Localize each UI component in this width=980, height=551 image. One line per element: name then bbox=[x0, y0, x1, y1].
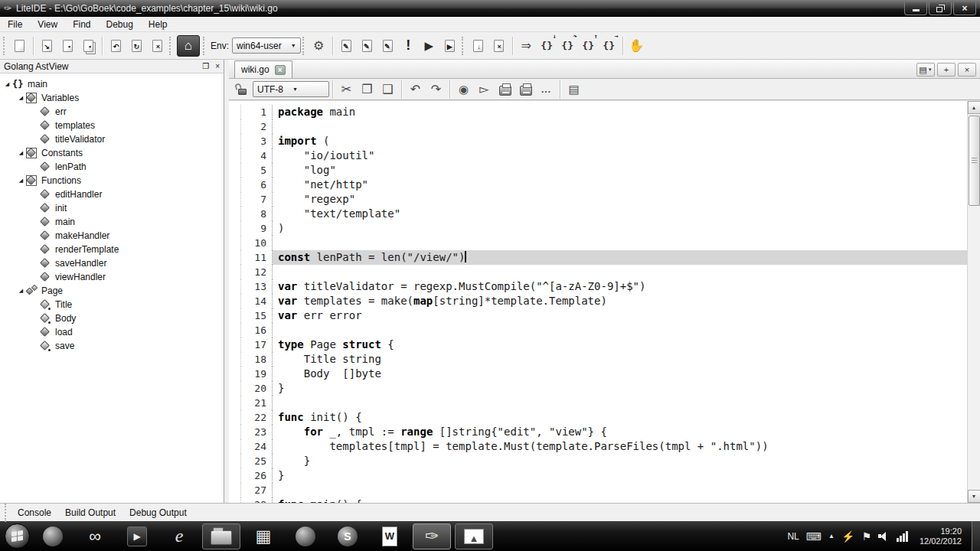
code-line[interactable]: 10 bbox=[229, 236, 967, 250]
code-line[interactable]: 15var err error bbox=[229, 308, 967, 323]
print-preview-button[interactable] bbox=[515, 79, 536, 99]
build-install-button[interactable]: ✎ bbox=[377, 35, 398, 56]
code-text[interactable] bbox=[273, 323, 967, 337]
step-over-button[interactable]: {}↷ bbox=[557, 35, 578, 56]
restore-button[interactable] bbox=[929, 2, 952, 15]
paste-button[interactable]: ❑ bbox=[377, 79, 398, 99]
keyboard-icon[interactable]: ⌨ bbox=[806, 531, 822, 542]
code-text[interactable]: "log" bbox=[273, 163, 967, 178]
open-file-button[interactable]: ↘ bbox=[37, 35, 57, 56]
expander-icon[interactable]: ◢ bbox=[17, 178, 25, 184]
code-line[interactable]: 13var titleValidator = regexp.MustCompil… bbox=[229, 279, 967, 294]
output-tab-console[interactable]: Console bbox=[11, 506, 58, 520]
menu-file[interactable]: File bbox=[0, 18, 30, 31]
close-panel-icon[interactable]: × bbox=[215, 63, 220, 70]
tree-item-save[interactable]: save bbox=[0, 339, 224, 353]
code-line[interactable]: 28func main() { bbox=[229, 497, 967, 503]
code-line[interactable]: 25 } bbox=[229, 454, 967, 468]
code-line[interactable]: 11const lenPath = len("/view/") bbox=[229, 250, 967, 265]
code-line[interactable]: 5 "log" bbox=[229, 163, 967, 178]
tree-item-main[interactable]: main bbox=[0, 215, 224, 229]
tree-item-Variables[interactable]: ◢Variables bbox=[0, 91, 224, 105]
code-text[interactable]: "text/template" bbox=[273, 207, 967, 221]
code-line[interactable]: 14var templates = make(map[string]*templ… bbox=[229, 294, 967, 308]
build-file-button[interactable]: ✎ bbox=[357, 35, 377, 56]
code-text[interactable]: } bbox=[273, 381, 967, 396]
tab-close-icon[interactable]: × bbox=[275, 65, 286, 75]
code-line[interactable]: 2 bbox=[229, 119, 967, 134]
stop-debug-button[interactable]: ✋ bbox=[626, 35, 647, 56]
code-text[interactable]: "net/http" bbox=[273, 178, 967, 192]
code-text[interactable]: for _, tmpl := range []string{"edit", "v… bbox=[273, 425, 967, 439]
tree-item-makeHandler[interactable]: makeHandler bbox=[0, 229, 224, 243]
print-button[interactable] bbox=[495, 79, 515, 99]
app-visual-studio[interactable]: ∞ bbox=[76, 523, 114, 549]
copy-button[interactable]: ❐ bbox=[357, 79, 377, 99]
code-text[interactable]: } bbox=[273, 468, 967, 483]
cut-button[interactable]: ✂ bbox=[336, 79, 357, 99]
step-out-button[interactable]: {}↑ bbox=[578, 35, 599, 56]
redo-button[interactable]: ↷ bbox=[426, 79, 446, 99]
code-line[interactable]: 21 bbox=[229, 396, 967, 410]
app-internet-explorer[interactable]: e bbox=[160, 523, 198, 549]
save-file-button[interactable]: ▪ bbox=[57, 35, 78, 56]
expander-icon[interactable]: ◢ bbox=[17, 288, 25, 294]
code-line[interactable]: 26} bbox=[229, 468, 967, 483]
code-text[interactable] bbox=[273, 396, 967, 410]
speaker-icon[interactable] bbox=[878, 531, 890, 541]
titlebar[interactable]: ✑ LiteIDE - E:\Go\GoBoek\code_examples\c… bbox=[0, 0, 980, 17]
power-icon[interactable]: ⚡ bbox=[841, 531, 854, 542]
menu-view[interactable]: View bbox=[30, 18, 65, 31]
app-calculator[interactable]: ▦ bbox=[244, 523, 283, 549]
revert-file-button[interactable]: ↶ bbox=[106, 35, 126, 56]
menu-debug[interactable]: Debug bbox=[98, 18, 140, 31]
new-tab-button[interactable]: + bbox=[937, 63, 956, 77]
code-text[interactable]: Body []byte bbox=[273, 367, 967, 381]
app-photo-viewer[interactable]: ▲ bbox=[455, 523, 493, 549]
network-signal-icon[interactable] bbox=[897, 531, 908, 542]
show-hidden-icons[interactable]: ▲ bbox=[828, 533, 835, 540]
close-file-button[interactable]: × bbox=[147, 35, 168, 56]
tree-item-Functions[interactable]: ◢Functions bbox=[0, 174, 224, 187]
scroll-down-button[interactable]: ▼ bbox=[968, 490, 980, 503]
tree-item-viewHandler[interactable]: viewHandler bbox=[0, 270, 224, 284]
run-to-line-button[interactable]: {}→ bbox=[599, 35, 619, 56]
code-line[interactable]: 24 templates[tmpl] = template.Must(templ… bbox=[229, 439, 967, 454]
code-line[interactable]: 7 "regexp" bbox=[229, 192, 967, 207]
tree-item-editHandler[interactable]: editHandler bbox=[0, 187, 224, 201]
tree-item-load[interactable]: load bbox=[0, 325, 224, 339]
code-text[interactable]: ) bbox=[273, 221, 967, 236]
build-error-button[interactable]: ! bbox=[398, 35, 419, 56]
continue-button[interactable]: ⇒ bbox=[516, 35, 537, 56]
options-button[interactable]: ⚙ bbox=[309, 35, 329, 56]
code-text[interactable]: var err error bbox=[273, 308, 967, 323]
tab-list-button[interactable]: ▤▼ bbox=[916, 63, 935, 77]
code-text[interactable]: func init() { bbox=[273, 410, 967, 425]
tree-item-init[interactable]: init bbox=[0, 201, 224, 215]
code-text[interactable]: "regexp" bbox=[273, 192, 967, 207]
tab-wiki-go[interactable]: wiki.go × bbox=[234, 60, 292, 78]
app-skype[interactable]: S bbox=[328, 523, 367, 549]
undo-button[interactable]: ↶ bbox=[405, 79, 426, 99]
code-line[interactable]: 22func init() { bbox=[229, 410, 967, 425]
action-center-flag-icon[interactable]: ⚑ bbox=[861, 531, 871, 542]
app-liteide[interactable]: ✑ bbox=[413, 523, 451, 549]
code-text[interactable] bbox=[273, 236, 967, 250]
home-button[interactable]: ⌂ bbox=[177, 35, 200, 57]
app-word[interactable]: W bbox=[371, 523, 409, 549]
code-text[interactable]: } bbox=[273, 454, 967, 468]
minimize-button[interactable] bbox=[904, 2, 927, 15]
more-button[interactable]: ... bbox=[536, 79, 557, 99]
output-tab-build-output[interactable]: Build Output bbox=[58, 506, 122, 520]
app-network-globe[interactable] bbox=[34, 523, 72, 549]
code-text[interactable]: type Page struct { bbox=[273, 337, 967, 352]
tree-item-saveHandler[interactable]: saveHandler bbox=[0, 256, 224, 270]
encoding-select[interactable]: UTF-8▼ bbox=[253, 81, 329, 97]
app-firefox[interactable] bbox=[286, 523, 325, 549]
tree-item-templates[interactable]: templates bbox=[0, 119, 224, 132]
tree-item-err[interactable]: err bbox=[0, 105, 224, 119]
float-panel-icon[interactable]: ❐ bbox=[202, 63, 209, 70]
menu-help[interactable]: Help bbox=[141, 18, 175, 31]
tree-item-Constants[interactable]: ◢Constants bbox=[0, 146, 224, 160]
tree-item-Page[interactable]: ◢Page bbox=[0, 284, 224, 298]
